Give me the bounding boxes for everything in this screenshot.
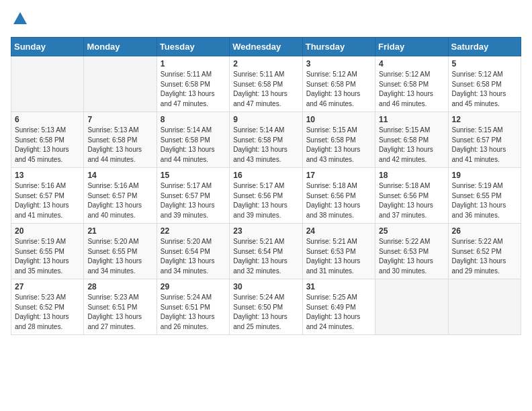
day-number: 27: [15, 282, 80, 291]
day-info: Sunrise: 5:24 AM Sunset: 6:51 PM Dayligh…: [161, 293, 226, 332]
day-info: Sunrise: 5:23 AM Sunset: 6:51 PM Dayligh…: [87, 293, 152, 332]
calendar-cell: 19Sunrise: 5:19 AM Sunset: 6:55 PM Dayli…: [448, 168, 521, 224]
day-number: 28: [87, 282, 152, 291]
calendar-table: SundayMondayTuesdayWednesdayThursdayFrid…: [11, 37, 521, 335]
calendar-cell: [84, 56, 157, 112]
day-number: 16: [233, 171, 298, 180]
day-number: 21: [87, 226, 152, 236]
calendar-cell: 8Sunrise: 5:14 AM Sunset: 6:58 PM Daylig…: [157, 112, 229, 168]
calendar-cell: [11, 56, 84, 112]
day-number: 25: [379, 226, 444, 236]
day-info: Sunrise: 5:12 AM Sunset: 6:58 PM Dayligh…: [379, 70, 444, 109]
calendar-week-row: 27Sunrise: 5:23 AM Sunset: 6:52 PM Dayli…: [11, 279, 521, 335]
day-number: 14: [87, 171, 152, 180]
day-number: 18: [379, 171, 444, 180]
day-number: 29: [161, 282, 226, 291]
calendar-cell: 30Sunrise: 5:24 AM Sunset: 6:50 PM Dayli…: [230, 279, 302, 335]
page-header: [11, 11, 521, 30]
calendar-weekday-header: Sunday: [11, 38, 84, 56]
day-info: Sunrise: 5:12 AM Sunset: 6:58 PM Dayligh…: [306, 70, 371, 109]
day-number: 5: [452, 59, 517, 68]
calendar-week-row: 1Sunrise: 5:11 AM Sunset: 6:58 PM Daylig…: [11, 56, 521, 112]
day-number: 22: [161, 226, 226, 236]
day-info: Sunrise: 5:13 AM Sunset: 6:58 PM Dayligh…: [15, 126, 80, 165]
calendar-cell: 18Sunrise: 5:18 AM Sunset: 6:56 PM Dayli…: [375, 168, 448, 224]
day-number: 17: [306, 171, 371, 180]
day-number: 19: [452, 171, 517, 180]
day-info: Sunrise: 5:23 AM Sunset: 6:52 PM Dayligh…: [15, 293, 80, 332]
calendar-cell: 25Sunrise: 5:22 AM Sunset: 6:53 PM Dayli…: [375, 224, 448, 279]
day-number: 15: [161, 171, 226, 180]
calendar-body: 1Sunrise: 5:11 AM Sunset: 6:58 PM Daylig…: [11, 56, 521, 335]
svg-marker-0: [13, 12, 27, 24]
calendar-cell: 5Sunrise: 5:12 AM Sunset: 6:58 PM Daylig…: [448, 56, 521, 112]
day-number: 24: [306, 226, 371, 236]
calendar-cell: 27Sunrise: 5:23 AM Sunset: 6:52 PM Dayli…: [11, 279, 84, 335]
day-info: Sunrise: 5:14 AM Sunset: 6:58 PM Dayligh…: [161, 126, 226, 165]
day-info: Sunrise: 5:14 AM Sunset: 6:58 PM Dayligh…: [233, 126, 298, 165]
day-info: Sunrise: 5:17 AM Sunset: 6:57 PM Dayligh…: [161, 181, 226, 220]
calendar-cell: 13Sunrise: 5:16 AM Sunset: 6:57 PM Dayli…: [11, 168, 84, 224]
calendar-weekday-header: Thursday: [302, 38, 375, 56]
day-info: Sunrise: 5:20 AM Sunset: 6:54 PM Dayligh…: [161, 237, 226, 276]
day-number: 13: [15, 171, 80, 180]
logo: [11, 11, 28, 30]
day-number: 6: [15, 115, 80, 124]
day-info: Sunrise: 5:22 AM Sunset: 6:53 PM Dayligh…: [379, 237, 444, 276]
day-number: 7: [87, 115, 152, 124]
day-number: 3: [306, 59, 371, 68]
day-number: 11: [379, 115, 444, 124]
calendar-cell: 2Sunrise: 5:11 AM Sunset: 6:58 PM Daylig…: [230, 56, 302, 112]
day-info: Sunrise: 5:25 AM Sunset: 6:49 PM Dayligh…: [306, 293, 371, 332]
calendar-cell: 15Sunrise: 5:17 AM Sunset: 6:57 PM Dayli…: [157, 168, 229, 224]
calendar-cell: 10Sunrise: 5:15 AM Sunset: 6:58 PM Dayli…: [302, 112, 375, 168]
day-info: Sunrise: 5:13 AM Sunset: 6:58 PM Dayligh…: [87, 126, 152, 165]
day-info: Sunrise: 5:24 AM Sunset: 6:50 PM Dayligh…: [233, 293, 298, 332]
calendar-cell: 17Sunrise: 5:18 AM Sunset: 6:56 PM Dayli…: [302, 168, 375, 224]
day-info: Sunrise: 5:11 AM Sunset: 6:58 PM Dayligh…: [233, 70, 298, 109]
day-info: Sunrise: 5:16 AM Sunset: 6:57 PM Dayligh…: [87, 181, 152, 220]
day-number: 2: [233, 59, 298, 68]
day-number: 10: [306, 115, 371, 124]
day-info: Sunrise: 5:21 AM Sunset: 6:53 PM Dayligh…: [306, 237, 371, 276]
day-info: Sunrise: 5:15 AM Sunset: 6:58 PM Dayligh…: [306, 126, 371, 165]
calendar-week-row: 13Sunrise: 5:16 AM Sunset: 6:57 PM Dayli…: [11, 168, 521, 224]
calendar-cell: [448, 279, 521, 335]
calendar-cell: 11Sunrise: 5:15 AM Sunset: 6:58 PM Dayli…: [375, 112, 448, 168]
calendar-cell: 14Sunrise: 5:16 AM Sunset: 6:57 PM Dayli…: [84, 168, 157, 224]
calendar-cell: 16Sunrise: 5:17 AM Sunset: 6:56 PM Dayli…: [230, 168, 302, 224]
calendar-weekday-header: Tuesday: [157, 38, 229, 56]
calendar-cell: 24Sunrise: 5:21 AM Sunset: 6:53 PM Dayli…: [302, 224, 375, 279]
calendar-header-row: SundayMondayTuesdayWednesdayThursdayFrid…: [11, 38, 521, 56]
day-info: Sunrise: 5:12 AM Sunset: 6:58 PM Dayligh…: [452, 70, 517, 109]
day-number: 1: [161, 59, 226, 68]
day-info: Sunrise: 5:18 AM Sunset: 6:56 PM Dayligh…: [379, 181, 444, 220]
day-number: 8: [161, 115, 226, 124]
calendar-cell: 3Sunrise: 5:12 AM Sunset: 6:58 PM Daylig…: [302, 56, 375, 112]
calendar-cell: 29Sunrise: 5:24 AM Sunset: 6:51 PM Dayli…: [157, 279, 229, 335]
day-number: 12: [452, 115, 517, 124]
calendar-cell: 28Sunrise: 5:23 AM Sunset: 6:51 PM Dayli…: [84, 279, 157, 335]
calendar-cell: 4Sunrise: 5:12 AM Sunset: 6:58 PM Daylig…: [375, 56, 448, 112]
day-info: Sunrise: 5:15 AM Sunset: 6:57 PM Dayligh…: [452, 126, 517, 165]
calendar-weekday-header: Monday: [84, 38, 157, 56]
calendar-weekday-header: Saturday: [448, 38, 521, 56]
calendar-cell: 7Sunrise: 5:13 AM Sunset: 6:58 PM Daylig…: [84, 112, 157, 168]
calendar-cell: 23Sunrise: 5:21 AM Sunset: 6:54 PM Dayli…: [230, 224, 302, 279]
day-number: 4: [379, 59, 444, 68]
calendar-cell: 26Sunrise: 5:22 AM Sunset: 6:52 PM Dayli…: [448, 224, 521, 279]
calendar-cell: 6Sunrise: 5:13 AM Sunset: 6:58 PM Daylig…: [11, 112, 84, 168]
day-info: Sunrise: 5:19 AM Sunset: 6:55 PM Dayligh…: [15, 237, 80, 276]
calendar-week-row: 20Sunrise: 5:19 AM Sunset: 6:55 PM Dayli…: [11, 224, 521, 279]
calendar-cell: 12Sunrise: 5:15 AM Sunset: 6:57 PM Dayli…: [448, 112, 521, 168]
calendar-week-row: 6Sunrise: 5:13 AM Sunset: 6:58 PM Daylig…: [11, 112, 521, 168]
day-number: 20: [15, 226, 80, 236]
calendar-cell: 20Sunrise: 5:19 AM Sunset: 6:55 PM Dayli…: [11, 224, 84, 279]
calendar-cell: [375, 279, 448, 335]
day-info: Sunrise: 5:21 AM Sunset: 6:54 PM Dayligh…: [233, 237, 298, 276]
day-number: 26: [452, 226, 517, 236]
day-info: Sunrise: 5:22 AM Sunset: 6:52 PM Dayligh…: [452, 237, 517, 276]
logo-icon: [12, 11, 28, 27]
day-info: Sunrise: 5:18 AM Sunset: 6:56 PM Dayligh…: [306, 181, 371, 220]
day-number: 23: [233, 226, 298, 236]
